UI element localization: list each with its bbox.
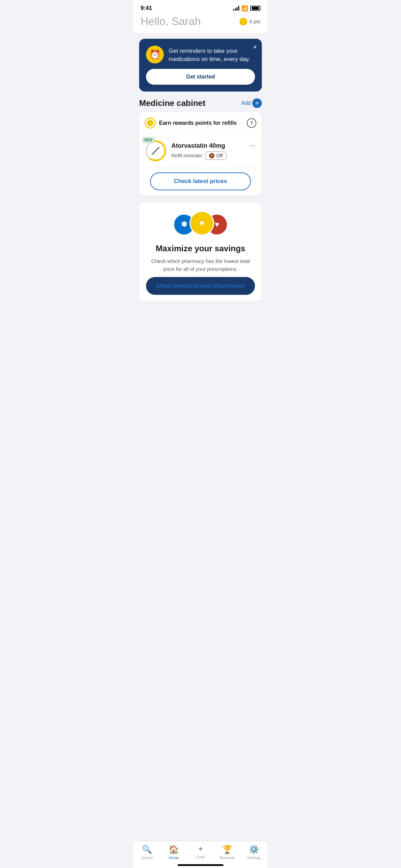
savings-description: Check which pharmacy has the lowest tota… [146, 257, 255, 273]
refill-label: Refill reminder [171, 153, 202, 158]
add-label: Add [241, 100, 251, 106]
section-header: Medicine cabinet Add + [139, 98, 262, 108]
header: Hello, Sarah 0 pts [134, 14, 267, 33]
drug-item: NEW Atorvastatin 40mg Refill reminder [139, 134, 262, 190]
drug-top: NEW Atorvastatin 40mg Refill reminder [145, 140, 256, 162]
check-prices-button[interactable]: Check latest prices [150, 172, 251, 190]
get-started-button[interactable]: Get started [146, 69, 255, 85]
refill-status: Off [216, 153, 222, 158]
greeting-text: Hello, Sarah [141, 15, 201, 28]
rewards-coin-icon [145, 118, 156, 129]
drug-info: Atorvastatin 40mg Refill reminder 🔕 Off [171, 142, 244, 160]
add-circle-icon: + [252, 98, 262, 108]
rewards-row: Earn rewards points for refills ? [139, 112, 262, 134]
goodrx-logo: ♥ [190, 211, 214, 236]
show-pharmacies-button[interactable]: Show lowest-priced pharmacies [146, 277, 255, 295]
drug-divider [145, 167, 256, 168]
battery-icon [250, 6, 260, 11]
main-content: × ⏰ Get reminders to take your medicatio… [134, 33, 267, 336]
add-button[interactable]: Add + [241, 98, 262, 108]
status-time: 9:41 [141, 5, 152, 12]
pharmacy-logos: ✱ ♥ ♥ [173, 211, 228, 238]
points-display: 0 pts [240, 18, 260, 25]
medicine-card: Earn rewards points for refills ? NEW [139, 112, 262, 196]
savings-section: ✱ ♥ ♥ Maximize your savings Check which … [139, 203, 262, 302]
section-title: Medicine cabinet [139, 98, 205, 108]
clock-icon: ⏰ [146, 46, 164, 63]
points-value: 0 pts [249, 19, 260, 24]
drug-name: Atorvastatin 40mg [171, 142, 244, 149]
status-icons: 📶 [233, 5, 260, 12]
points-coin-icon [240, 18, 247, 25]
reminder-banner: × ⏰ Get reminders to take your medicatio… [139, 39, 262, 92]
refill-row: Refill reminder 🔕 Off [171, 152, 244, 160]
info-icon[interactable]: ? [247, 118, 256, 128]
new-badge: NEW [142, 137, 155, 143]
drug-progress-circle [145, 140, 167, 162]
more-options-button[interactable]: ··· [249, 140, 256, 150]
reminder-top: ⏰ Get reminders to take your medications… [146, 46, 255, 63]
refill-reminder-badge[interactable]: 🔕 Off [205, 152, 226, 160]
bell-off-icon: 🔕 [209, 153, 215, 158]
signal-icon [233, 6, 239, 11]
svg-line-2 [152, 147, 159, 154]
rewards-text: Earn rewards points for refills [159, 120, 237, 126]
drug-icon-wrap: NEW [145, 140, 167, 162]
reminder-close-button[interactable]: × [253, 44, 257, 50]
reminder-text: Get reminders to take your medications o… [169, 46, 255, 63]
rewards-left: Earn rewards points for refills [145, 118, 237, 129]
wifi-icon: 📶 [241, 5, 248, 12]
medicine-cabinet-section: Medicine cabinet Add + Earn rewards poin… [139, 98, 262, 196]
savings-title: Maximize your savings [156, 244, 245, 253]
status-bar: 9:41 📶 [134, 0, 267, 14]
